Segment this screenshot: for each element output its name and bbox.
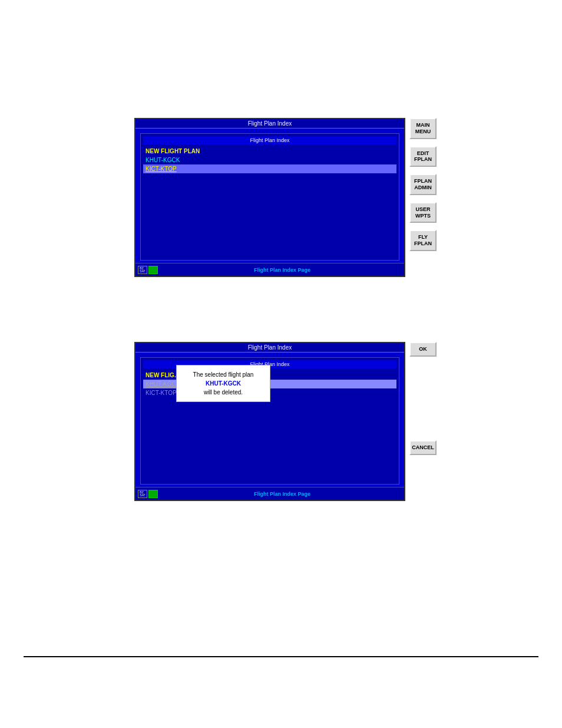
bz-icon: BZSAT xyxy=(138,266,147,274)
top-fpl-list: Flight Plan Index NEW FLIGHT PLAN KHUT-K… xyxy=(140,133,399,261)
bottom-status-bar: BZSAT Flight Plan Index Page xyxy=(135,487,404,500)
fly-fplan-button[interactable]: FLYFPLAN xyxy=(409,230,437,251)
bottom-fpl-list: Flight Plan Index NEW FLIG... KHUT-KGC..… xyxy=(140,357,399,485)
bottom-status-text: Flight Plan Index Page xyxy=(160,491,404,497)
bottom-status-icons: BZSAT xyxy=(135,489,160,499)
top-screen-content: Flight Plan Index NEW FLIGHT PLAN KHUT-K… xyxy=(135,129,404,265)
cancel-button[interactable]: CANCEL xyxy=(409,440,437,455)
ok-button[interactable]: OK xyxy=(409,342,437,357)
top-fpl-item-kict[interactable]: KICT-KTOP xyxy=(143,164,396,173)
main-menu-button[interactable]: MAINMENU xyxy=(409,118,437,139)
page-wrapper: Flight Plan Index Flight Plan Index NEW … xyxy=(0,0,562,728)
bottom-green-status-icon xyxy=(148,490,158,498)
bottom-screen-content: Flight Plan Index NEW FLIG... KHUT-KGC..… xyxy=(135,353,404,489)
dialog-line3: will be deleted. xyxy=(184,388,263,397)
delete-dialog: The selected flight plan KHUT-KGCK will … xyxy=(176,365,270,402)
fplan-admin-button[interactable]: FPLANADMIN xyxy=(409,174,437,195)
bottom-buttons-group: OK CANCEL xyxy=(409,342,437,459)
top-status-icons: BZSAT xyxy=(135,265,160,275)
user-wpts-button[interactable]: USERWPTS xyxy=(409,202,437,223)
top-fpl-item-new[interactable]: NEW FLIGHT PLAN xyxy=(143,147,396,156)
top-status-bar: BZSAT Flight Plan Index Page xyxy=(135,263,404,276)
top-status-text: Flight Plan Index Page xyxy=(160,267,404,273)
green-status-icon xyxy=(148,266,158,274)
dialog-line1: The selected flight plan xyxy=(184,370,263,379)
bottom-screen-title: Flight Plan Index xyxy=(135,343,404,353)
top-buttons-group: MAINMENU EDITFPLAN FPLANADMIN USERWPTS F… xyxy=(409,118,437,255)
top-fpl-item-khut[interactable]: KHUT-KGCK xyxy=(143,156,396,164)
edit-fplan-button[interactable]: EDITFPLAN xyxy=(409,146,437,167)
top-screen: Flight Plan Index Flight Plan Index NEW … xyxy=(134,118,405,277)
bottom-divider xyxy=(24,656,538,657)
bottom-screen: Flight Plan Index Flight Plan Index NEW … xyxy=(134,342,405,501)
top-screen-title: Flight Plan Index xyxy=(135,119,404,129)
bottom-bz-icon: BZSAT xyxy=(138,490,147,498)
top-fpl-header: Flight Plan Index xyxy=(143,136,396,144)
dialog-line2: KHUT-KGCK xyxy=(184,379,263,388)
